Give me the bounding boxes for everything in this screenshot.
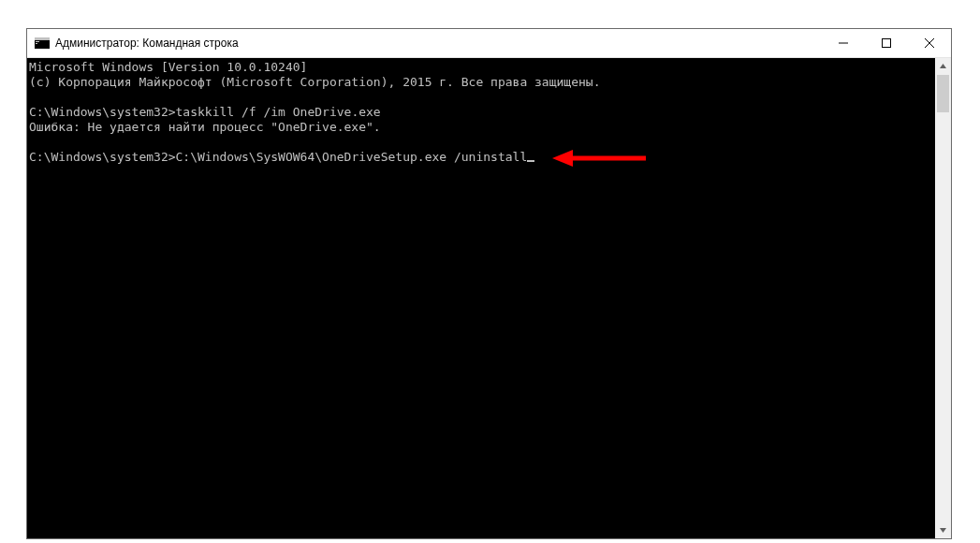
svg-rect-1 <box>35 37 50 40</box>
text-cursor <box>527 160 534 162</box>
close-button[interactable] <box>908 29 951 57</box>
scroll-thumb[interactable] <box>937 75 949 112</box>
console-line: Ошибка: Не удается найти процесс "OneDri… <box>29 120 381 134</box>
console-prompt: C:\Windows\system32> <box>29 105 176 119</box>
svg-rect-2 <box>36 41 39 42</box>
console-prompt: C:\Windows\system32> <box>29 150 176 164</box>
cmd-icon <box>35 36 50 51</box>
title-bar[interactable]: Администратор: Командная строка <box>27 29 951 58</box>
maximize-button[interactable] <box>865 29 908 57</box>
vertical-scrollbar[interactable] <box>935 58 951 538</box>
console-output[interactable]: Microsoft Windows [Version 10.0.10240] (… <box>27 58 935 538</box>
minimize-button[interactable] <box>822 29 865 57</box>
screenshot-root: Администратор: Командная строка Microsof… <box>0 0 980 543</box>
cmd-window: Администратор: Командная строка Microsof… <box>26 28 952 539</box>
window-title: Администратор: Командная строка <box>55 37 239 50</box>
svg-rect-4 <box>883 39 891 48</box>
scroll-down-button[interactable] <box>935 522 951 538</box>
client-area: Microsoft Windows [Version 10.0.10240] (… <box>27 58 951 538</box>
console-command: C:\Windows\SysWOW64\OneDriveSetup.exe /u… <box>176 150 528 164</box>
svg-rect-3 <box>36 43 37 44</box>
console-line: Microsoft Windows [Version 10.0.10240] <box>29 60 307 74</box>
scroll-up-button[interactable] <box>935 58 951 74</box>
console-command: taskkill /f /im OneDrive.exe <box>176 105 381 119</box>
console-line: (c) Корпорация Майкрософт (Microsoft Cor… <box>29 75 600 89</box>
